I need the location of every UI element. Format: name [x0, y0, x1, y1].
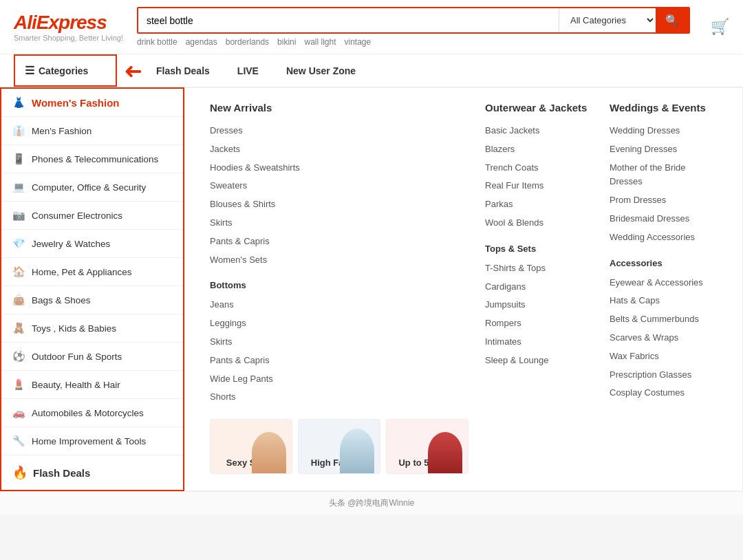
hint-vintage[interactable]: vintage	[345, 37, 372, 47]
link-jackets[interactable]: Jackets	[210, 140, 469, 159]
link-wax-fabrics[interactable]: Wax Fabrics	[610, 347, 718, 366]
automobiles-icon: 🚗	[12, 407, 25, 419]
flash-deals-section: 🔥 Flash Deals	[1, 455, 183, 490]
logo-subtitle: Smarter Shopping, Better Living!	[14, 34, 123, 42]
link-skirts2[interactable]: Skirts	[210, 333, 469, 352]
link-mother-bride[interactable]: Mother of the Bride Dresses	[610, 159, 718, 192]
promo-card-high-fashion[interactable]: High Fashion	[298, 419, 380, 474]
sidebar-item-label: Home, Pet & Appliances	[32, 267, 132, 277]
home-icon: 🏠	[12, 266, 25, 278]
link-cosplay[interactable]: Cosplay Costumes	[610, 384, 718, 402]
dropdown-panel: New Arrivals Dresses Jackets Hoodies & S…	[184, 87, 743, 491]
mens-fashion-icon: 👔	[12, 125, 25, 137]
search-category-select[interactable]: All Categories	[559, 8, 656, 32]
computer-icon: 💻	[12, 181, 25, 193]
logo-wrap: AliExpress Smarter Shopping, Better Livi…	[14, 12, 123, 42]
sidebar-item-label: Computer, Office & Security	[32, 182, 146, 193]
link-tshirts[interactable]: T-Shirts & Tops	[485, 259, 593, 278]
sidebar-item-label: Jewelry & Watches	[32, 239, 110, 249]
search-input[interactable]	[138, 8, 559, 32]
link-skirts1[interactable]: Skirts	[210, 214, 469, 233]
link-parkas[interactable]: Parkas	[485, 195, 593, 214]
link-intimates[interactable]: Intimates	[485, 333, 593, 352]
sidebar-item-home-improvement[interactable]: 🔧 Home Improvement & Tools	[1, 427, 183, 455]
sidebar-item-electronics[interactable]: 📷 Consumer Electronics	[1, 202, 183, 230]
sidebar-item-phones[interactable]: 📱 Phones & Telecommunications	[1, 145, 183, 173]
link-scarves[interactable]: Scarves & Wraps	[610, 329, 718, 347]
dropdown-col-2: Outerwear & Jackets Basic Jackets Blazer…	[477, 102, 601, 477]
sidebar-item-label: Home Improvement & Tools	[32, 436, 146, 446]
sidebar-item-jewelry[interactable]: 💎 Jewelry & Watches	[1, 230, 183, 258]
link-shorts[interactable]: Shorts	[210, 388, 469, 407]
search-bar: All Categories 🔍	[137, 7, 690, 34]
flash-deals-label: Flash Deals	[33, 467, 90, 479]
link-pants-capris2[interactable]: Pants & Capris	[210, 352, 469, 370]
link-sleep-lounge[interactable]: Sleep & Lounge	[485, 352, 593, 370]
sidebar-item-mens-fashion[interactable]: 👔 Men's Fashion	[1, 117, 183, 145]
categories-button[interactable]: ☰ Categories	[14, 54, 117, 87]
red-arrow-icon: ➜	[124, 60, 142, 82]
link-rompers[interactable]: Rompers	[485, 314, 593, 333]
cart-icon[interactable]: 🛒	[711, 18, 729, 36]
promo-card-sale[interactable]: Up to 50% off	[386, 419, 469, 474]
sidebar-item-label: Beauty, Health & Hair	[32, 380, 120, 390]
link-real-fur[interactable]: Real Fur Items	[485, 177, 593, 195]
link-sweaters[interactable]: Sweaters	[210, 177, 469, 195]
sidebar-item-label: Toys , Kids & Babies	[32, 323, 116, 334]
logo[interactable]: AliExpress	[14, 12, 123, 34]
link-pants-capris1[interactable]: Pants & Capris	[210, 233, 469, 251]
sidebar-item-beauty[interactable]: 💄 Beauty, Health & Hair	[1, 371, 183, 399]
link-wide-leg[interactable]: Wide Leg Pants	[210, 370, 469, 389]
link-wedding-dresses[interactable]: Wedding Dresses	[610, 122, 718, 140]
nav-new-user-zone[interactable]: New User Zone	[272, 57, 369, 85]
sidebar-item-bags[interactable]: 👜 Bags & Shoes	[1, 286, 183, 314]
hint-bikini[interactable]: bikini	[277, 37, 296, 47]
sidebar-item-computer[interactable]: 💻 Computer, Office & Security	[1, 173, 183, 202]
link-leggings[interactable]: Leggings	[210, 314, 469, 333]
hint-borderlands[interactable]: borderlands	[226, 37, 269, 47]
search-icon: 🔍	[665, 14, 679, 26]
promo-card-sexy-styles[interactable]: Sexy Styles	[210, 419, 292, 474]
link-hats[interactable]: Hats & Caps	[610, 292, 718, 310]
flash-deals-header[interactable]: 🔥 Flash Deals	[12, 465, 172, 480]
weddings-title: Weddings & Events	[610, 102, 718, 114]
link-trench-coats[interactable]: Trench Coats	[485, 159, 593, 177]
dropdown-col-1: New Arrivals Dresses Jackets Hoodies & S…	[202, 102, 477, 477]
link-hoodies[interactable]: Hoodies & Sweatshirts	[210, 159, 469, 177]
link-jumpsuits[interactable]: Jumpsuits	[485, 296, 593, 314]
sidebar-item-label: Men's Fashion	[32, 126, 91, 136]
link-cardigans[interactable]: Cardigans	[485, 278, 593, 297]
link-prescription[interactable]: Prescription Glasses	[610, 366, 718, 385]
link-eyewear[interactable]: Eyewear & Accessories	[610, 274, 718, 292]
search-button[interactable]: 🔍	[656, 8, 689, 32]
sidebar-item-label: Automobiles & Motorcycles	[32, 408, 144, 418]
womens-fashion-icon: 👗	[12, 96, 25, 109]
nav-flash-deals[interactable]: Flash Deals	[142, 57, 224, 85]
link-wedding-accessories[interactable]: Wedding Accessories	[610, 228, 718, 247]
nav-links: Flash Deals LIVE New User Zone	[142, 57, 369, 85]
link-wool-blends[interactable]: Wool & Blends	[485, 214, 593, 233]
link-dresses[interactable]: Dresses	[210, 122, 469, 140]
link-belts[interactable]: Belts & Cummerbunds	[610, 310, 718, 329]
search-hints: drink bottle agendas borderlands bikini …	[137, 37, 690, 47]
link-jeans[interactable]: Jeans	[210, 296, 469, 314]
nav-live[interactable]: LIVE	[224, 57, 272, 85]
link-blouses[interactable]: Blouses & Shirts	[210, 195, 469, 214]
hint-drink-bottle[interactable]: drink bottle	[137, 37, 177, 47]
link-bridesmaid[interactable]: Bridesmaid Dresses	[610, 210, 718, 228]
sidebar-item-home[interactable]: 🏠 Home, Pet & Appliances	[1, 258, 183, 286]
home-improvement-icon: 🔧	[12, 435, 25, 447]
sidebar-item-outdoor[interactable]: ⚽ Outdoor Fun & Sports	[1, 343, 183, 371]
hint-agendas[interactable]: agendas	[186, 37, 217, 47]
link-evening-dresses[interactable]: Evening Dresses	[610, 140, 718, 159]
sidebar-item-label: Phones & Telecommunications	[32, 154, 158, 164]
link-womens-sets[interactable]: Women's Sets	[210, 251, 469, 270]
sidebar-item-label: Bags & Shoes	[32, 295, 91, 305]
sidebar-item-womens-fashion[interactable]: 👗 Women's Fashion	[1, 89, 183, 117]
link-blazers[interactable]: Blazers	[485, 140, 593, 159]
link-basic-jackets[interactable]: Basic Jackets	[485, 122, 593, 140]
hint-wall-light[interactable]: wall light	[304, 37, 336, 47]
link-prom-dresses[interactable]: Prom Dresses	[610, 191, 718, 210]
sidebar-item-automobiles[interactable]: 🚗 Automobiles & Motorcycles	[1, 399, 183, 427]
sidebar-item-toys[interactable]: 🧸 Toys , Kids & Babies	[1, 314, 183, 343]
